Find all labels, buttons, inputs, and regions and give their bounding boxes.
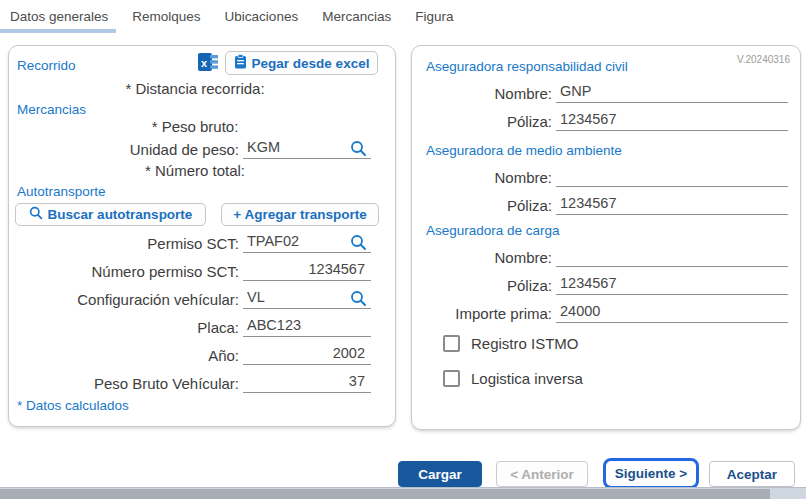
logistica-inversa-checkbox[interactable] (443, 370, 460, 387)
buscar-autotransporte-label: Buscar autotransporte (48, 207, 193, 222)
tab-remolques[interactable]: Remolques (132, 9, 200, 24)
nombre-label: Nombre: (416, 85, 552, 103)
peso-bruto-vehicular-row: Peso Bruto Vehícular: 37 (9, 371, 371, 393)
carga-nombre-row: Nombre: (416, 245, 788, 267)
search-icon[interactable] (350, 140, 367, 157)
poliza-label: Póliza: (416, 197, 552, 215)
carga-poliza-value: 1234567 (560, 275, 616, 291)
tab-ubicaciones[interactable]: Ubicaciones (225, 9, 299, 24)
agregar-transporte-button[interactable]: + Agregar transporte (221, 203, 379, 226)
active-tab-underline (0, 29, 116, 33)
resp-civil-poliza-value: 1234567 (560, 111, 616, 127)
aceptar-button[interactable]: Aceptar (709, 461, 795, 487)
buscar-autotransporte-button[interactable]: Buscar autotransporte (15, 203, 206, 226)
importe-prima-value: 24000 (560, 303, 600, 319)
configuracion-vehicular-label: Configuración vehícular: (9, 291, 239, 309)
medio-ambiente-poliza-row: Póliza: 1234567 (416, 193, 788, 215)
insurance-panel: V.20240316 Aseguradora responsabilidad c… (411, 45, 801, 430)
unidad-peso-row: Unidad de peso: KGM (9, 137, 371, 159)
placa-label: Placa: (9, 319, 239, 337)
transport-panel: Recorrido x Pegar desde excel * Distanci… (8, 45, 396, 427)
configuracion-vehicular-row: Configuración vehícular: VL (9, 287, 371, 309)
numero-permiso-label: Número permiso SCT: (9, 263, 239, 281)
section-responsabilidad-civil: Aseguradora responsabilidad civil (426, 59, 628, 74)
configuracion-vehicular-value: VL (247, 289, 265, 305)
medio-ambiente-poliza-field[interactable]: 1234567 (556, 195, 788, 215)
unidad-peso-value: KGM (247, 139, 280, 155)
clipboard-icon (234, 54, 247, 72)
version-label: V.20240316 (737, 54, 790, 65)
carga-poliza-row: Póliza: 1234567 (416, 273, 788, 295)
configuracion-vehicular-field[interactable]: VL (243, 289, 371, 309)
siguiente-button[interactable]: Siguiente > (603, 458, 699, 489)
peso-bruto-label: * Peso bruto: (9, 118, 381, 138)
peso-bruto-vehicular-field[interactable]: 37 (243, 373, 371, 393)
search-icon[interactable] (350, 234, 367, 251)
anio-label: Año: (9, 347, 239, 365)
svg-text:x: x (201, 57, 208, 69)
numero-permiso-value: 1234567 (309, 261, 365, 277)
distancia-recorrida-label: * Distancia recorrida: (9, 80, 381, 100)
carga-poliza-field[interactable]: 1234567 (556, 275, 788, 295)
logistica-inversa-row: Logistica inversa (443, 370, 583, 387)
registro-istmo-row: Registro ISTMO (443, 335, 579, 352)
search-icon[interactable] (350, 290, 367, 307)
registro-istmo-checkbox[interactable] (443, 335, 460, 352)
peso-bruto-vehicular-value: 37 (349, 373, 365, 389)
section-medio-ambiente: Aseguradora de medio ambiente (426, 143, 622, 158)
numero-permiso-row: Número permiso SCT: 1234567 (9, 259, 371, 281)
agregar-transporte-label: + Agregar transporte (233, 207, 366, 222)
resp-civil-nombre-field[interactable]: GNP (556, 83, 788, 103)
nombre-label: Nombre: (416, 249, 552, 267)
registro-istmo-label: Registro ISTMO (471, 335, 579, 352)
medio-ambiente-poliza-value: 1234567 (560, 195, 616, 211)
pegar-desde-excel-button[interactable]: Pegar desde excel (225, 51, 378, 75)
horizontal-scrollbar[interactable] (0, 487, 806, 499)
carga-nombre-field[interactable] (556, 247, 788, 267)
tab-datos-generales[interactable]: Datos generales (10, 9, 108, 24)
tab-bar: Datos generales Remolques Ubicaciones Me… (0, 0, 806, 36)
section-recorrido: Recorrido (17, 58, 76, 73)
permiso-sct-row: Permiso SCT: TPAF02 (9, 231, 371, 253)
numero-permiso-field[interactable]: 1234567 (243, 261, 371, 281)
pegar-desde-excel-label: Pegar desde excel (252, 56, 370, 71)
anio-value: 2002 (333, 345, 365, 361)
unidad-peso-label: Unidad de peso: (9, 141, 239, 159)
cargar-button[interactable]: Cargar (398, 461, 482, 487)
permiso-sct-label: Permiso SCT: (9, 235, 239, 253)
nombre-label: Nombre: (416, 169, 552, 187)
resp-civil-nombre-value: GNP (560, 83, 591, 99)
placa-field[interactable]: ABC123 (243, 317, 371, 337)
poliza-label: Póliza: (416, 113, 552, 131)
placa-value: ABC123 (247, 317, 301, 333)
importe-prima-row: Importe prima: 24000 (416, 301, 788, 323)
section-autotransporte: Autotransporte (17, 184, 106, 199)
anio-row: Año: 2002 (9, 343, 371, 365)
peso-bruto-vehicular-label: Peso Bruto Vehícular: (9, 375, 239, 393)
search-icon (29, 206, 43, 223)
resp-civil-poliza-field[interactable]: 1234567 (556, 111, 788, 131)
importe-prima-label: Importe prima: (416, 305, 552, 323)
resp-civil-poliza-row: Póliza: 1234567 (416, 109, 788, 131)
importe-prima-field[interactable]: 24000 (556, 303, 788, 323)
poliza-label: Póliza: (416, 277, 552, 295)
section-mercancias: Mercancias (17, 102, 86, 117)
logistica-inversa-label: Logistica inversa (471, 370, 583, 387)
resp-civil-nombre-row: Nombre: GNP (416, 81, 788, 103)
medio-ambiente-nombre-field[interactable] (556, 167, 788, 187)
excel-icon[interactable]: x (197, 52, 219, 76)
unidad-peso-field[interactable]: KGM (243, 139, 371, 159)
scrollbar-thumb[interactable] (0, 489, 770, 499)
section-carga: Aseguradora de carga (426, 223, 560, 238)
medio-ambiente-nombre-row: Nombre: (416, 165, 788, 187)
numero-total-label: * Número total: (9, 162, 381, 182)
tab-mercancias[interactable]: Mercancias (322, 9, 391, 24)
permiso-sct-field[interactable]: TPAF02 (243, 233, 371, 253)
tab-figura[interactable]: Figura (415, 9, 453, 24)
anterior-button[interactable]: < Anterior (496, 461, 588, 487)
permiso-sct-value: TPAF02 (247, 233, 299, 249)
placa-row: Placa: ABC123 (9, 315, 371, 337)
datos-calculados-note: * Datos calculados (17, 398, 129, 413)
anio-field[interactable]: 2002 (243, 345, 371, 365)
